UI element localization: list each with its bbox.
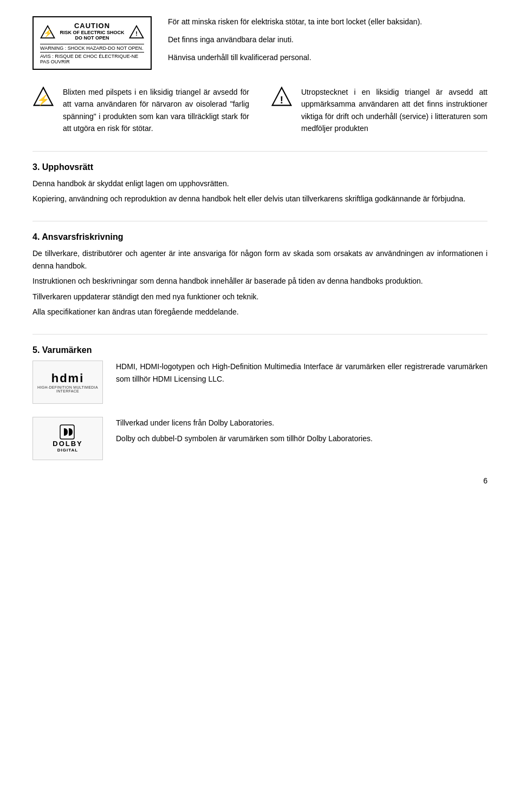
- dolby-digital-text: DIGITAL: [57, 448, 78, 453]
- warning-line1: WARNING : SHOCK HAZARD-DO NOT OPEN.: [40, 44, 144, 51]
- dolby-text-p2: Dolby och dubbel-D symbolen är varumärke…: [116, 433, 487, 444]
- svg-text:!: !: [280, 94, 283, 106]
- top-text-2: Det finns inga användbara delar inuti.: [168, 34, 487, 45]
- divider-1: [32, 151, 487, 152]
- section-4-p3: Tillverkaren uppdaterar ständigt den med…: [32, 291, 487, 303]
- dolby-logo-box: DOLBY DIGITAL: [32, 417, 103, 460]
- warning-line2: AVIS : RISQUE DE CHOC ÉLECTRIQUE-NE PAS …: [40, 52, 144, 64]
- dolby-dd-icon: [60, 424, 76, 440]
- divider-3: [32, 334, 487, 335]
- dolby-text: DOLBY: [53, 440, 83, 448]
- dolby-text-p1: Tillverkad under licens från Dolby Labor…: [116, 417, 487, 429]
- top-section: ⚡ CAUTION RISK OF ELECTRIC SHOCKDO NOT O…: [32, 16, 487, 70]
- lightning-icon: ⚡: [32, 86, 54, 108]
- warning-block-left: ⚡ Blixten med pilspets i en liksidig tri…: [32, 86, 249, 135]
- hdmi-trademark-item: hdmi HIGH-DEFINITION MULTIMEDIA INTERFAC…: [32, 361, 487, 404]
- svg-text:⚡: ⚡: [43, 29, 53, 38]
- section-5-heading: 5. Varumärken: [32, 345, 487, 355]
- dolby-trademark-item: DOLBY DIGITAL Tillverkad under licens fr…: [32, 417, 487, 460]
- top-text-3: Hänvisa underhåll till kvalificerad pers…: [168, 52, 487, 63]
- warning-text-right: Utropstecknet i en liksidig triangel är …: [301, 86, 487, 135]
- top-right-texts: För att minska risken för elektriska stö…: [168, 16, 487, 70]
- section-3-heading: 3. Upphovsrätt: [32, 162, 487, 172]
- dolby-trademark-text: Tillverkad under licens från Dolby Labor…: [116, 417, 487, 448]
- section-4-p4: Alla specifikationer kan ändras utan för…: [32, 306, 487, 318]
- svg-text:!: !: [135, 30, 138, 37]
- section-copyright: 3. Upphovsrätt Denna handbok är skyddat …: [32, 162, 487, 205]
- dolby-logo: DOLBY DIGITAL: [53, 424, 83, 453]
- section-3-p1: Denna handbok är skyddat enligt lagen om…: [32, 178, 487, 189]
- hdmi-trademark-text: HDMI, HDMI-logotypen och High-Definition…: [116, 361, 487, 385]
- caution-triangle-right: !: [129, 24, 144, 40]
- warning-text-left: Blixten med pilspets i en liksidig trian…: [63, 86, 249, 135]
- caution-box: ⚡ CAUTION RISK OF ELECTRIC SHOCKDO NOT O…: [32, 16, 152, 70]
- section-4-heading: 4. Ansvarsfriskrivning: [32, 232, 487, 242]
- section-disclaimer: 4. Ansvarsfriskrivning De tillverkare, d…: [32, 232, 487, 318]
- section-trademarks: 5. Varumärken hdmi HIGH-DEFINITION MULTI…: [32, 345, 487, 460]
- page-number: 6: [32, 476, 487, 485]
- hdmi-logo-box: hdmi HIGH-DEFINITION MULTIMEDIA INTERFAC…: [32, 361, 103, 404]
- caution-triangle-left: ⚡: [40, 24, 55, 40]
- section-4-p1: De tillverkare, distributörer och agente…: [32, 247, 487, 272]
- caution-title: CAUTION: [57, 22, 127, 30]
- top-text-1: För att minska risken för elektriska stö…: [168, 16, 487, 28]
- exclamation-icon: !: [271, 86, 292, 108]
- warning-block-right: ! Utropstecknet i en liksidig triangel ä…: [271, 86, 487, 135]
- section-4-p2: Instruktionen och beskrivningar som denn…: [32, 275, 487, 287]
- warning-section: ⚡ Blixten med pilspets i en liksidig tri…: [32, 86, 487, 135]
- hdmi-logo: hdmi: [33, 371, 102, 385]
- divider-2: [32, 221, 487, 221]
- hdmi-logo-subtitle: HIGH-DEFINITION MULTIMEDIA INTERFACE: [33, 385, 102, 393]
- svg-text:⚡: ⚡: [37, 94, 50, 106]
- section-3-p2: Kopiering, användning och reproduktion a…: [32, 193, 487, 205]
- caution-subtitle: RISK OF ELECTRIC SHOCKDO NOT OPEN: [57, 30, 127, 41]
